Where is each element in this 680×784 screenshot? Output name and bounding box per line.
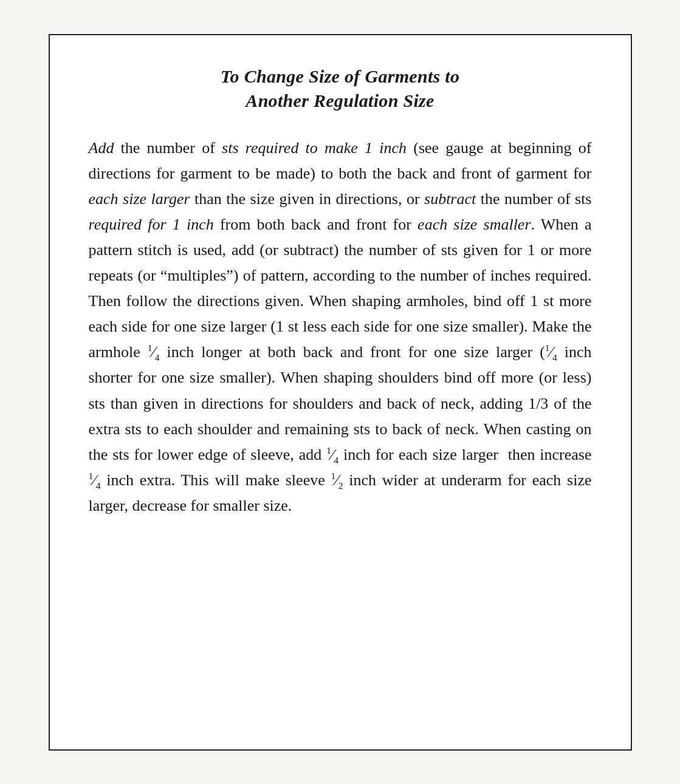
- body-text: Add the number of sts required to make 1…: [89, 135, 592, 519]
- title-section: To Change Size of Garments to Another Re…: [89, 64, 592, 114]
- title-line2: Another Regulation Size: [246, 90, 434, 111]
- fraction-1-4-3: 1: [326, 445, 331, 455]
- title-text: To Change Size of Garments to Another Re…: [89, 64, 592, 114]
- fraction-1-2: 1: [331, 471, 335, 481]
- fraction-1-4-1-sub: 4: [155, 353, 160, 363]
- card: To Change Size of Garments to Another Re…: [49, 34, 632, 751]
- fraction-1-4-4-sub: 4: [96, 480, 101, 491]
- each-size-smaller: each size smaller: [417, 216, 531, 233]
- subtract-word: subtract: [424, 190, 476, 208]
- title-line1: To Change Size of Garments to: [221, 66, 460, 86]
- fraction-1-4-2: 1: [545, 343, 550, 353]
- fraction-1-4-1: 1: [148, 343, 153, 353]
- page-container: To Change Size of Garments to Another Re…: [0, 0, 680, 784]
- fraction-1-4-3-sub: 4: [334, 455, 338, 465]
- fraction-1-4-4: 1: [89, 471, 94, 481]
- each-size-larger: each size larger: [89, 190, 190, 208]
- fraction-1-2-sub: 2: [338, 480, 343, 491]
- required-phrase: required for 1 inch: [89, 216, 214, 233]
- fraction-1-4-2-sub: 4: [552, 353, 557, 363]
- sts-phrase: sts required to make 1 inch: [222, 139, 407, 157]
- add-word: Add: [89, 139, 114, 157]
